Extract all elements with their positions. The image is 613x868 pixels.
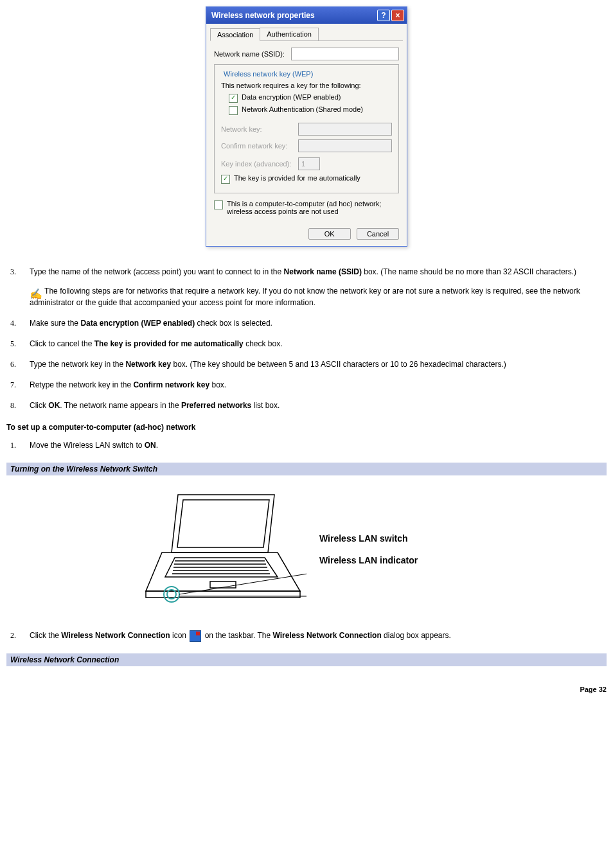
note-block: The following steps are for networks tha… [30,285,607,308]
step-8: 8. Click OK. The network name appears in… [6,400,607,411]
cancel-button[interactable]: Cancel [357,228,399,240]
label-wlan-indicator: Wireless LAN indicator [319,555,418,565]
association-panel: Network name (SSID): Wireless network ke… [206,41,407,224]
adhoc-label: This is a computer-to-computer (ad hoc) … [227,200,399,215]
step-b2: 2. Click the Wireless Network Connection… [6,630,607,642]
svg-marker-2 [146,553,300,591]
instruction-list-a: 3. Type the name of the network (access … [6,266,607,411]
adhoc-checkbox[interactable] [214,200,223,209]
step-6: 6. Type the network key in the Network k… [6,359,607,370]
svg-marker-0 [172,495,274,553]
dialog-title: Wireless network properties [211,11,376,20]
step-7: 7. Retype the network key in the Confirm… [6,379,607,391]
wep-intro: This network requires a key for the foll… [221,82,392,89]
note-pencil-icon [30,287,42,297]
ssid-label: Network name (SSID): [214,50,291,58]
figure-labels: Wireless LAN switch Wireless LAN indicat… [319,522,418,577]
wireless-connection-icon [190,630,201,642]
dialog-button-row: OK Cancel [206,224,407,246]
help-button[interactable]: ? [377,10,390,21]
network-auth-label: Network Authentication (Shared mode) [242,105,363,113]
key-auto-label: The key is provided for me automatically [234,174,360,182]
tab-association[interactable]: Association [210,28,260,41]
svg-point-11 [164,587,179,602]
confirm-key-label: Confirm network key: [221,142,298,150]
ok-button[interactable]: OK [308,228,351,240]
key-index-label: Key index (advanced): [221,160,298,168]
figure-caption-1: Turning on the Wireless Network Switch [6,463,607,475]
network-key-input[interactable] [298,123,392,136]
close-button[interactable]: × [391,10,404,21]
confirm-key-input[interactable] [298,139,392,152]
instruction-list-b: 1. Move the Wireless LAN switch to ON. [6,439,607,451]
tab-authentication[interactable]: Authentication [260,28,319,40]
data-encryption-checkbox[interactable] [229,94,238,103]
adhoc-heading: To set up a computer-to-computer (ad-hoc… [6,423,607,432]
laptop-illustration [127,488,306,610]
step-3: 3. Type the name of the network (access … [6,266,607,308]
data-encryption-label: Data encryption (WEP enabled) [242,93,341,101]
network-auth-checkbox[interactable] [229,106,238,115]
key-index-spinner[interactable]: 1 [298,157,320,170]
wep-fieldset: Wireless network key (WEP) This network … [214,64,399,193]
dialog-tabs: Association Authentication [210,28,403,41]
step-4: 4. Make sure the Data encryption (WEP en… [6,317,607,329]
key-auto-checkbox[interactable] [221,175,230,184]
instruction-list-b2: 2. Click the Wireless Network Connection… [6,630,607,642]
laptop-figure: Wireless LAN switch Wireless LAN indicat… [127,488,486,610]
step-b1: 1. Move the Wireless LAN switch to ON. [6,439,607,451]
step-5: 5. Click to cancel the The key is provid… [6,338,607,350]
figure-caption-2: Wireless Network Connection [6,653,607,666]
svg-marker-1 [177,500,269,547]
ssid-input[interactable] [291,48,399,60]
wireless-properties-dialog: Wireless network properties ? × Associat… [206,6,407,247]
label-wlan-switch: Wireless LAN switch [319,533,418,544]
wep-legend: Wireless network key (WEP) [221,70,315,78]
svg-rect-10 [210,581,236,588]
network-key-label: Network key: [221,125,298,133]
page-number: Page 32 [6,686,607,693]
dialog-titlebar: Wireless network properties ? × [206,7,407,24]
